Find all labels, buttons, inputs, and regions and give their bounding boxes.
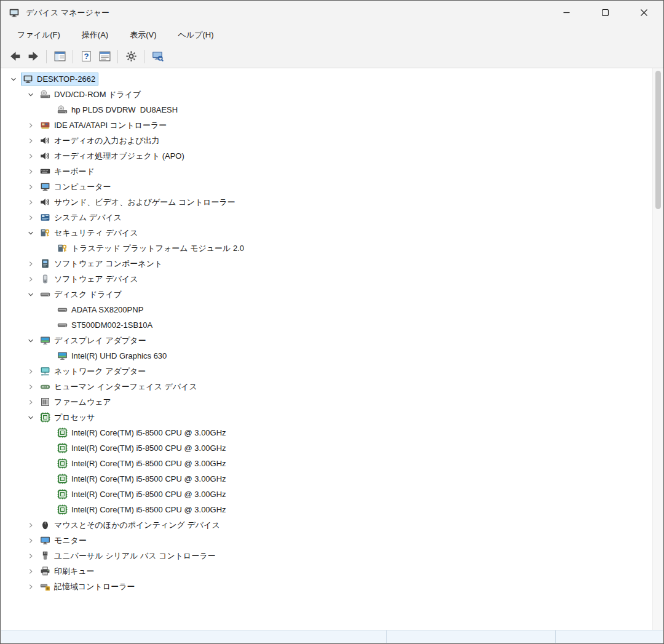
- tree-item[interactable]: ヒューマン インターフェイス デバイス: [1, 379, 652, 394]
- chevron-right-icon[interactable]: [23, 549, 38, 563]
- chevron-right-icon[interactable]: [23, 195, 38, 210]
- tree-item-content[interactable]: サウンド、ビデオ、およびゲーム コントローラー: [38, 196, 239, 209]
- forward-button[interactable]: [24, 47, 42, 66]
- tree-item[interactable]: ソフトウェア デバイス: [1, 271, 652, 287]
- tree-item[interactable]: ADATA SX8200PNP: [1, 302, 652, 317]
- tree-item[interactable]: ディスプレイ アダプター: [1, 333, 652, 348]
- tree-item[interactable]: ファームウェア: [1, 394, 652, 410]
- chevron-down-icon[interactable]: [23, 287, 38, 302]
- tree-item[interactable]: Intel(R) UHD Graphics 630: [1, 348, 652, 364]
- tree-item-content[interactable]: 記憶域コントローラー: [38, 580, 138, 593]
- tree-item-content[interactable]: ディスプレイ アダプター: [38, 334, 149, 347]
- menu-item-view[interactable]: 表示(V): [122, 26, 164, 44]
- tree-item-content[interactable]: セキュリティ デバイス: [38, 226, 141, 239]
- chevron-right-icon[interactable]: [23, 395, 38, 410]
- menu-item-action[interactable]: 操作(A): [74, 26, 116, 44]
- tree-item-content[interactable]: ヒューマン インターフェイス デバイス: [38, 380, 200, 393]
- tree-item[interactable]: 印刷キュー: [1, 563, 652, 579]
- tree-item-content[interactable]: キーボード: [38, 165, 98, 178]
- tree-item-content[interactable]: Intel(R) Core(TM) i5-8500 CPU @ 3.00GHz: [55, 503, 229, 516]
- tree-item[interactable]: DVD/CD-ROM ドライブ: [1, 87, 652, 102]
- tree-item-content[interactable]: DVD/CD-ROM ドライブ: [38, 88, 144, 101]
- chevron-down-icon[interactable]: [23, 410, 38, 425]
- menu-item-help[interactable]: ヘルプ(H): [170, 26, 222, 44]
- action-button[interactable]: [122, 47, 140, 66]
- chevron-right-icon[interactable]: [23, 272, 38, 287]
- chevron-right-icon[interactable]: [23, 533, 38, 548]
- chevron-right-icon[interactable]: [23, 149, 38, 164]
- tree-item[interactable]: ソフトウェア コンポーネント: [1, 256, 652, 271]
- chevron-right-icon[interactable]: [23, 579, 38, 594]
- tree-item-content[interactable]: IDE ATA/ATAPI コントローラー: [38, 119, 170, 132]
- chevron-right-icon[interactable]: [23, 380, 38, 394]
- tree-item-content[interactable]: Intel(R) Core(TM) i5-8500 CPU @ 3.00GHz: [55, 472, 229, 485]
- tree-item-content[interactable]: モニター: [38, 534, 90, 547]
- tree-item[interactable]: オーディオの入力および出力: [1, 133, 652, 148]
- back-button[interactable]: [6, 47, 24, 66]
- tree-item[interactable]: マウスとそのほかのポインティング デバイス: [1, 517, 652, 533]
- tree-item-content[interactable]: Intel(R) Core(TM) i5-8500 CPU @ 3.00GHz: [55, 488, 229, 501]
- chevron-down-icon[interactable]: [6, 72, 21, 87]
- tree-item-content[interactable]: トラステッド プラットフォーム モジュール 2.0: [55, 242, 247, 255]
- tree-item-content[interactable]: DESKTOP-2662: [21, 73, 98, 85]
- chevron-right-icon[interactable]: [23, 256, 38, 271]
- chevron-right-icon[interactable]: [23, 518, 38, 533]
- minimize-button[interactable]: [547, 1, 586, 25]
- tree-item-content[interactable]: オーディオの入力および出力: [38, 134, 162, 147]
- scrollbar-thumb[interactable]: [655, 71, 661, 209]
- tree-item[interactable]: IDE ATA/ATAPI コントローラー: [1, 117, 652, 133]
- maximize-button[interactable]: [586, 1, 625, 25]
- tree-item-content[interactable]: Intel(R) Core(TM) i5-8500 CPU @ 3.00GHz: [55, 457, 229, 470]
- tree-item-content[interactable]: ネットワーク アダプター: [38, 365, 149, 378]
- chevron-right-icon[interactable]: [23, 564, 38, 579]
- tree-item[interactable]: ST500DM002-1SB10A: [1, 317, 652, 333]
- help-button[interactable]: ?: [77, 47, 95, 66]
- chevron-down-icon[interactable]: [23, 87, 38, 102]
- tree-item-content[interactable]: ADATA SX8200PNP: [55, 303, 146, 316]
- tree-item[interactable]: キーボード: [1, 164, 652, 179]
- tree-item-content[interactable]: ディスク ドライブ: [38, 288, 125, 301]
- tree-item-content[interactable]: 印刷キュー: [38, 565, 98, 578]
- tree-item[interactable]: Intel(R) Core(TM) i5-8500 CPU @ 3.00GHz: [1, 502, 652, 517]
- chevron-right-icon[interactable]: [23, 133, 38, 148]
- tree-item[interactable]: Intel(R) Core(TM) i5-8500 CPU @ 3.00GHz: [1, 425, 652, 440]
- tree-item-content[interactable]: Intel(R) UHD Graphics 630: [55, 349, 170, 362]
- tree-item-content[interactable]: オーディオ処理オブジェクト (APO): [38, 149, 188, 162]
- tree-item-content[interactable]: プロセッサ: [38, 411, 98, 424]
- tree-item-content[interactable]: ファームウェア: [38, 396, 114, 408]
- tree-item-content[interactable]: ユニバーサル シリアル バス コントローラー: [38, 549, 219, 562]
- tree-item[interactable]: Intel(R) Core(TM) i5-8500 CPU @ 3.00GHz: [1, 471, 652, 487]
- tree-item-content[interactable]: ST500DM002-1SB10A: [55, 319, 156, 332]
- tree-item-content[interactable]: マウスとそのほかのポインティング デバイス: [38, 519, 223, 531]
- chevron-right-icon[interactable]: [23, 364, 38, 379]
- console-tree-button[interactable]: [50, 47, 69, 66]
- tree-item[interactable]: トラステッド プラットフォーム モジュール 2.0: [1, 241, 652, 256]
- chevron-right-icon[interactable]: [23, 118, 38, 133]
- tree-item-content[interactable]: ソフトウェア デバイス: [38, 272, 141, 285]
- tree-item[interactable]: システム デバイス: [1, 210, 652, 225]
- tree-item[interactable]: ネットワーク アダプター: [1, 364, 652, 379]
- tree-item-content[interactable]: システム デバイス: [38, 211, 125, 224]
- scan-hardware-button[interactable]: [148, 47, 167, 66]
- tree-item[interactable]: Intel(R) Core(TM) i5-8500 CPU @ 3.00GHz: [1, 487, 652, 502]
- tree-item-content[interactable]: Intel(R) Core(TM) i5-8500 CPU @ 3.00GHz: [55, 426, 229, 439]
- tree-item[interactable]: ユニバーサル シリアル バス コントローラー: [1, 548, 652, 563]
- chevron-right-icon[interactable]: [23, 180, 38, 194]
- tree-item[interactable]: Intel(R) Core(TM) i5-8500 CPU @ 3.00GHz: [1, 440, 652, 456]
- tree-item[interactable]: 記憶域コントローラー: [1, 579, 652, 594]
- tree-item[interactable]: hp PLDS DVDRW DU8AESH: [1, 102, 652, 117]
- chevron-down-icon[interactable]: [23, 333, 38, 348]
- tree-item-content[interactable]: Intel(R) Core(TM) i5-8500 CPU @ 3.00GHz: [55, 442, 229, 455]
- chevron-down-icon[interactable]: [23, 226, 38, 241]
- chevron-right-icon[interactable]: [23, 164, 38, 179]
- properties-button[interactable]: [95, 47, 114, 66]
- tree-item-content[interactable]: ソフトウェア コンポーネント: [38, 257, 165, 270]
- chevron-right-icon[interactable]: [23, 210, 38, 225]
- tree-item[interactable]: DESKTOP-2662: [1, 71, 652, 87]
- tree-item[interactable]: プロセッサ: [1, 410, 652, 425]
- tree-item-content[interactable]: hp PLDS DVDRW DU8AESH: [55, 103, 181, 116]
- tree-item[interactable]: ディスク ドライブ: [1, 287, 652, 302]
- tree-item[interactable]: Intel(R) Core(TM) i5-8500 CPU @ 3.00GHz: [1, 456, 652, 471]
- tree-item[interactable]: コンピューター: [1, 179, 652, 194]
- menu-item-file[interactable]: ファイル(F): [9, 26, 68, 44]
